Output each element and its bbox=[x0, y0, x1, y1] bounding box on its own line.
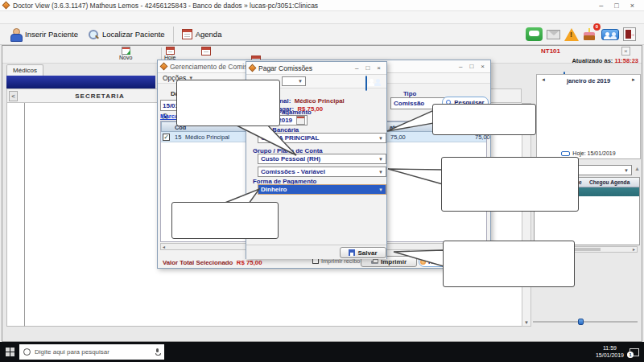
novo-button[interactable]: Novo bbox=[119, 47, 132, 60]
doctor-view-app-icon bbox=[2, 2, 10, 10]
date-picker-icon[interactable] bbox=[296, 116, 305, 125]
contacts-icon[interactable] bbox=[365, 76, 367, 91]
taskbar-clock[interactable]: 11:59 15/01/2019 bbox=[596, 345, 624, 359]
minimize-icon[interactable]: – bbox=[599, 0, 603, 11]
zoom-slider[interactable] bbox=[533, 319, 638, 325]
coin-icon bbox=[420, 259, 426, 265]
room-code: NT101 bbox=[541, 47, 560, 55]
birthday-cake-icon[interactable]: 0 bbox=[583, 27, 597, 41]
calendar-next-icon[interactable]: ► bbox=[631, 77, 636, 82]
updated-status: Atualizado às: 11:58:23 bbox=[526, 57, 638, 64]
column-valor-1[interactable]: ato bbox=[390, 124, 398, 131]
mdi-close-icon[interactable]: × bbox=[621, 47, 630, 56]
tipo-label: Tipo bbox=[403, 90, 416, 97]
chat-icon[interactable] bbox=[526, 27, 543, 41]
today-label: Hoje: 15/01/2019 bbox=[572, 150, 615, 156]
start-button[interactable] bbox=[0, 342, 19, 362]
hoje-button[interactable]: Hoje bbox=[164, 47, 175, 60]
inserir-paciente-label: Inserir Paciente bbox=[25, 30, 78, 39]
calendar-title: janeiro de 2019 bbox=[537, 77, 640, 84]
patient-icon bbox=[10, 28, 22, 41]
callout-grupo-de-conta bbox=[176, 80, 280, 126]
row-checkbox[interactable]: ✓ bbox=[163, 134, 170, 141]
localizar-paciente-button[interactable]: Localizar Paciente bbox=[83, 27, 170, 42]
close-icon[interactable]: × bbox=[630, 0, 634, 11]
callout-conta-bancaria bbox=[432, 104, 536, 135]
notification-badge: 1 bbox=[627, 352, 634, 358]
clock-date: 15/01/2019 bbox=[596, 352, 624, 358]
tipo-despesa-select[interactable]: Comissões - Variável▼ bbox=[258, 167, 386, 177]
calendar-icon bbox=[182, 29, 192, 39]
cortana-icon bbox=[23, 348, 31, 356]
bottom-tabs bbox=[6, 327, 634, 339]
scroll-down-icon[interactable]: ▼ bbox=[524, 320, 529, 325]
minimize-icon[interactable]: – bbox=[459, 63, 462, 70]
calendar-today[interactable]: Hoje: 15/01/2019 bbox=[537, 150, 640, 156]
mini-calendar: ◄ janeiro de 2019 ► Hoje: 15/01/2019 bbox=[536, 74, 641, 159]
microphone-icon[interactable] bbox=[155, 348, 159, 356]
calendar-view-icon[interactable] bbox=[201, 47, 211, 56]
grupo-plano-select[interactable]: Custo Pessoal (RH)▼ bbox=[258, 154, 386, 164]
clock-time: 11:59 bbox=[603, 345, 617, 351]
scroll-right-icon[interactable]: ► bbox=[632, 247, 636, 252]
chevron-down-icon: ▼ bbox=[378, 136, 383, 141]
header-chegou-agenda: Chegou Agenda bbox=[589, 179, 630, 185]
chevron-down-icon: ▼ bbox=[378, 187, 383, 192]
forma-pagamento-select[interactable]: Dinheiro▼ bbox=[258, 184, 386, 195]
close-icon[interactable]: × bbox=[481, 63, 485, 70]
mail-icon[interactable] bbox=[547, 30, 560, 39]
calendar-icon bbox=[166, 47, 175, 55]
printer-icon bbox=[371, 259, 378, 265]
updated-time: 11:58:23 bbox=[614, 57, 638, 64]
options-select[interactable]: ▼ bbox=[282, 76, 306, 86]
maximize-icon[interactable]: □ bbox=[469, 63, 473, 70]
taskbar: Digite aqui para pesquisar 11:59 15/01/2… bbox=[0, 342, 644, 362]
contacts-icon[interactable] bbox=[601, 29, 619, 40]
notification-icon[interactable]: 1 bbox=[630, 348, 639, 356]
toolbar-separator bbox=[173, 27, 174, 43]
dialog-icon bbox=[249, 64, 257, 72]
dialog-titlebar[interactable]: Pagar Comissões – □ × bbox=[246, 62, 386, 75]
inserir-paciente-button[interactable]: Inserir Paciente bbox=[5, 27, 83, 43]
chevron-down-icon: ▼ bbox=[378, 157, 383, 162]
warning-icon[interactable] bbox=[564, 28, 579, 41]
dialog-icon bbox=[160, 63, 168, 71]
row-professional: Médico Principal bbox=[185, 134, 229, 141]
today-marker-icon bbox=[561, 151, 570, 156]
row-cod: 15 bbox=[175, 134, 181, 141]
minimize-icon[interactable]: – bbox=[355, 64, 358, 72]
maximize-icon[interactable]: □ bbox=[614, 0, 618, 11]
save-icon bbox=[349, 249, 355, 256]
agenda-vertical-scrollbar[interactable]: ▲ ▼ bbox=[522, 103, 531, 327]
salvar-label: Salvar bbox=[357, 249, 377, 257]
total-value: R$ 75,00 bbox=[237, 259, 262, 266]
main-toolbar: Inserir Paciente Localizar Paciente Agen… bbox=[0, 24, 644, 45]
conta-bancaria-select[interactable]: CONTA PRINCIPAL▼ bbox=[258, 133, 386, 143]
tipo-despesa-value: Comissões - Variável bbox=[261, 168, 325, 175]
row-valor-1: 75,00 bbox=[390, 134, 406, 141]
grupo-plano-value: Custo Pessoal (RH) bbox=[261, 155, 320, 162]
dialog-footer: Salvar bbox=[246, 245, 386, 259]
maximize-icon[interactable]: □ bbox=[365, 64, 369, 72]
slider-thumb[interactable] bbox=[578, 319, 584, 325]
close-icon[interactable]: × bbox=[377, 64, 381, 72]
callout-salvar bbox=[443, 241, 575, 287]
agenda-label: Agenda bbox=[196, 30, 222, 39]
tab-medicos[interactable]: Médicos bbox=[6, 64, 43, 76]
localizar-paciente-label: Localizar Paciente bbox=[102, 30, 165, 39]
exit-icon[interactable] bbox=[623, 27, 636, 41]
selected-doctor-bar bbox=[6, 76, 155, 88]
search-placeholder: Digite aqui para pesquisar bbox=[35, 348, 151, 356]
taskbar-search-input[interactable]: Digite aqui para pesquisar bbox=[19, 344, 164, 360]
scroll-left-icon[interactable]: ◄ bbox=[162, 245, 166, 249]
column-title: SECRETARIA bbox=[39, 93, 160, 100]
app-titlebar: Doctor View (3.6.3.1147) Matheus Lemos -… bbox=[0, 0, 644, 11]
scroll-up-icon[interactable]: ▲ bbox=[634, 166, 640, 171]
total-label: Valor Total Selecionado bbox=[163, 259, 233, 266]
screen: Doctor View (3.6.3.1147) Matheus Lemos -… bbox=[0, 0, 644, 362]
column-back-button[interactable]: < bbox=[9, 91, 18, 101]
agenda-button[interactable]: Agenda bbox=[177, 27, 227, 41]
novo-label: Novo bbox=[119, 55, 132, 60]
slider-track bbox=[533, 321, 638, 323]
salvar-button[interactable]: Salvar bbox=[340, 247, 386, 258]
